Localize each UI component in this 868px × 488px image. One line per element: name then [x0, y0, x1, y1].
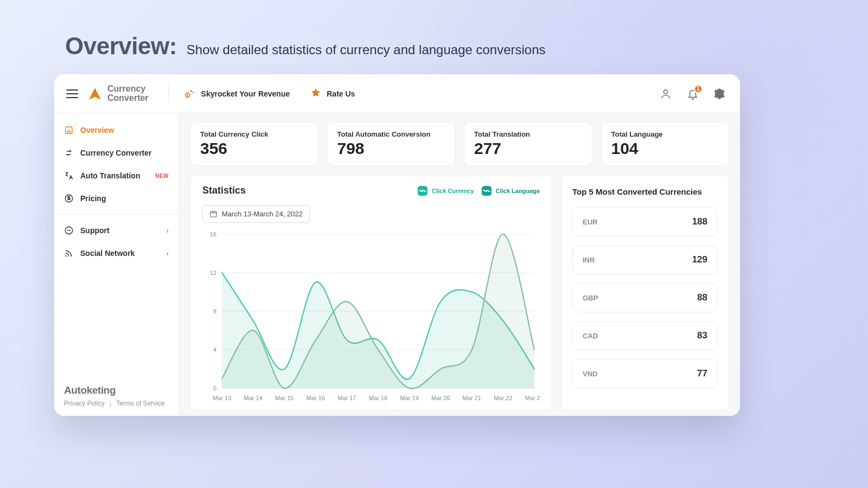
statistics-panel: Statistics Click Currency Click Language: [190, 175, 552, 410]
currency-code: GBP: [583, 294, 598, 302]
exchange-icon: [64, 148, 74, 158]
bell-icon[interactable]: 1: [687, 88, 699, 100]
top-currencies-panel: Top 5 Most Converted Currencies EUR188IN…: [561, 175, 729, 410]
logo-text: Currency Converter: [107, 85, 149, 103]
calendar-icon: [209, 210, 218, 218]
sidebar-item-pricing[interactable]: Pricing: [54, 187, 178, 210]
currency-code: INR: [583, 256, 595, 264]
svg-text:12: 12: [210, 269, 216, 276]
svg-point-8: [67, 230, 68, 231]
storefront-icon: [64, 125, 74, 135]
svg-point-2: [190, 90, 192, 92]
svg-text:$: $: [186, 93, 188, 98]
privacy-link[interactable]: Privacy Policy: [64, 400, 105, 407]
topbar-divider: [168, 84, 169, 104]
star-icon: [310, 87, 321, 100]
skyrocket-label: Skyrocket Your Revenue: [201, 89, 290, 98]
currency-row: GBP88: [572, 283, 718, 312]
sidebar-item-overview[interactable]: Overview: [54, 119, 178, 142]
legend-label: Click Language: [496, 188, 540, 194]
currency-row: EUR188: [572, 207, 718, 236]
svg-text:Mar 20: Mar 20: [431, 394, 450, 401]
stats-row: Total Currency Click 356 Total Automatic…: [190, 122, 729, 166]
svg-text:8: 8: [213, 308, 216, 314]
sidebar-divider: [54, 214, 178, 215]
sidebar-item-label: Currency Converter: [80, 149, 152, 157]
main-content: Total Currency Click 356 Total Automatic…: [179, 113, 740, 416]
currency-code: CAD: [583, 332, 598, 340]
stat-value: 356: [200, 139, 308, 158]
svg-text:4: 4: [213, 346, 217, 353]
sidebar-item-label: Auto Translation: [80, 171, 140, 180]
sidebar-item-label: Support: [80, 226, 110, 235]
new-badge: NEW: [155, 173, 169, 179]
currency-row: INR129: [572, 245, 718, 274]
skyrocket-link[interactable]: $ Skyrocket Your Revenue: [177, 84, 296, 104]
legend-click-currency[interactable]: Click Currency: [418, 186, 474, 196]
stat-value: 277: [474, 139, 582, 158]
app-logo[interactable]: Currency Converter: [88, 85, 149, 103]
svg-text:Mar 14: Mar 14: [244, 394, 263, 401]
currencies-title: Top 5 Most Converted Currencies: [572, 187, 718, 196]
svg-text:0: 0: [213, 385, 216, 391]
svg-point-9: [69, 230, 69, 231]
sidebar-item-social-network[interactable]: Social Network ›: [54, 242, 178, 265]
dollar-icon: [64, 194, 74, 203]
notification-badge: 1: [694, 85, 703, 93]
gear-icon[interactable]: [714, 88, 726, 100]
svg-text:Mar 23: Mar 23: [525, 394, 540, 401]
rate-us-label: Rate Us: [327, 89, 355, 98]
stat-card-currency-click: Total Currency Click 356: [190, 122, 318, 166]
chart-canvas: 0481216Mar 13Mar 14Mar 15Mar 16Mar 17Mar…: [202, 228, 540, 403]
stat-card-auto-conversion: Total Automatic Conversion 798: [327, 122, 456, 166]
user-icon[interactable]: [660, 88, 672, 100]
footer-brand: Autoketing: [64, 384, 169, 396]
currency-value: 83: [697, 330, 707, 341]
stat-label: Total Translation: [474, 130, 582, 138]
currency-value: 129: [692, 254, 707, 265]
date-range-picker[interactable]: March 13-March 24, 2022: [202, 205, 310, 223]
menu-icon[interactable]: [66, 89, 78, 98]
wave-icon: [418, 186, 427, 196]
svg-point-4: [663, 89, 667, 93]
logo-mark-icon: [88, 87, 102, 101]
legend-click-language[interactable]: Click Language: [482, 186, 540, 196]
translate-icon: [64, 171, 74, 181]
chevron-right-icon: ›: [166, 226, 169, 235]
currency-value: 88: [697, 292, 707, 303]
stat-card-language: Total Language 104: [601, 122, 730, 166]
currency-value: 188: [692, 216, 707, 227]
sidebar: Overview Currency Converter Auto Transla…: [54, 113, 179, 416]
footer-divider: |: [110, 400, 111, 407]
hero-subtitle: Show detailed statistics of currency and…: [187, 42, 546, 57]
rocket-icon: $: [183, 87, 196, 100]
sidebar-item-support[interactable]: Support ›: [54, 219, 178, 242]
svg-text:Mar 15: Mar 15: [275, 394, 293, 401]
topbar: Currency Converter $ Skyrocket Your Reve…: [54, 74, 740, 113]
svg-text:Mar 19: Mar 19: [400, 394, 418, 401]
sidebar-item-label: Overview: [80, 126, 114, 134]
svg-text:Mar 17: Mar 17: [337, 394, 356, 401]
rate-us-link[interactable]: Rate Us: [305, 84, 360, 103]
chevron-right-icon: ›: [166, 249, 169, 258]
currency-code: EUR: [583, 218, 597, 226]
svg-text:16: 16: [210, 231, 216, 237]
date-range-label: March 13-March 24, 2022: [222, 210, 303, 218]
stat-label: Total Automatic Conversion: [337, 130, 445, 138]
stat-label: Total Currency Click: [200, 130, 308, 138]
currency-value: 77: [697, 368, 707, 379]
rss-icon: [64, 248, 74, 258]
hero-title: Overview:: [65, 33, 177, 60]
currency-row: VND77: [572, 359, 718, 388]
stat-value: 104: [611, 139, 719, 158]
currency-row: CAD83: [572, 321, 718, 350]
wave-icon: [482, 186, 492, 196]
sidebar-item-currency-converter[interactable]: Currency Converter: [54, 142, 178, 164]
svg-rect-12: [210, 211, 216, 217]
terms-link[interactable]: Terms of Service: [116, 400, 164, 407]
app-window: Currency Converter $ Skyrocket Your Reve…: [54, 74, 740, 416]
svg-text:Mar 18: Mar 18: [369, 394, 387, 401]
sidebar-item-auto-translation[interactable]: Auto Translation NEW: [54, 164, 178, 187]
svg-point-11: [66, 255, 67, 256]
currency-code: VND: [583, 370, 597, 378]
